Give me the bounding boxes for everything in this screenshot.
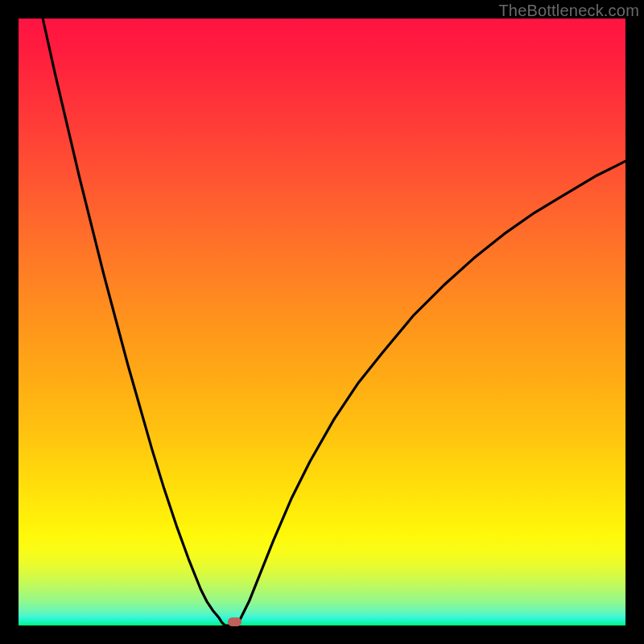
plot-area [19,19,625,625]
bottleneck-curve [19,19,625,625]
watermark-text: TheBottleneck.com [498,2,639,20]
curve-path [43,19,625,625]
outer-frame: TheBottleneck.com [0,0,644,644]
optimum-marker [228,617,242,626]
